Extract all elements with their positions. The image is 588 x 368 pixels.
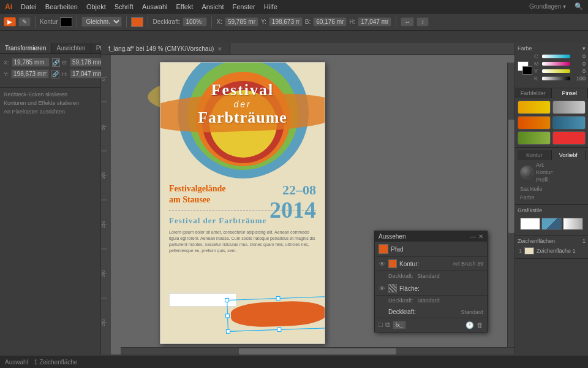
art-label: Art: xyxy=(536,162,583,168)
flache-swatch[interactable] xyxy=(388,284,397,293)
menu-item-fenster[interactable]: Fenster xyxy=(232,3,255,10)
kontur-circle xyxy=(520,166,533,179)
brush-5[interactable] xyxy=(518,131,551,145)
kontur-swatch[interactable] xyxy=(388,259,397,268)
tab-ausrichten[interactable]: Ausrichten xyxy=(51,43,91,53)
align-pixel-btn[interactable]: An Pixelraster ausrichten xyxy=(0,107,100,116)
canvas-document[interactable]: Festival der Farbträume Festivalgelände … xyxy=(111,53,514,355)
coord-y-input[interactable] xyxy=(269,17,303,26)
opacity-label: Deckkraft: xyxy=(153,18,180,25)
flip-v-btn[interactable]: ↕ xyxy=(417,17,429,26)
tab-pinsel[interactable]: Pinsel xyxy=(552,88,589,98)
tab-vorliebf[interactable]: Vorliebf xyxy=(552,150,586,160)
grafik-section: Grafikstile xyxy=(515,205,588,236)
m-slider[interactable] xyxy=(542,62,570,66)
panel-title: Aussehen xyxy=(379,233,405,240)
coord-h-input[interactable] xyxy=(358,17,391,26)
coord-h-label: H: xyxy=(349,18,355,25)
poster-description: Lorem ipsum dolor sit amet, consectetur … xyxy=(169,229,316,253)
doc-tab-close[interactable]: ✕ xyxy=(217,46,222,52)
search-icon[interactable]: 🔍 xyxy=(575,2,583,10)
zeichn-number: 1 xyxy=(519,248,522,254)
select-tool[interactable]: ▶ xyxy=(4,17,16,26)
tab-transformieren[interactable]: Transformieren xyxy=(0,43,51,53)
scrollbar-thumb-h[interactable] xyxy=(239,348,396,355)
clock-icon[interactable]: 🕐 xyxy=(466,321,474,329)
fx-button[interactable]: fx_ xyxy=(393,321,406,329)
y-label: Y: xyxy=(4,71,9,77)
w-label: B: xyxy=(62,59,68,66)
brush-6[interactable] xyxy=(552,131,586,145)
scrollbar-thumb-v[interactable] xyxy=(508,120,514,234)
handle-bm[interactable] xyxy=(277,328,281,332)
path-color-swatch[interactable] xyxy=(379,244,388,254)
handle-tm[interactable] xyxy=(276,296,280,301)
link-x-icon[interactable]: 🔗 xyxy=(52,58,60,67)
menu-item-bearbeiten[interactable]: Bearbeiten xyxy=(45,3,78,10)
link-y-icon[interactable]: 🔗 xyxy=(51,70,59,79)
brush-4[interactable] xyxy=(552,116,586,129)
menu-item-datei[interactable]: Datei xyxy=(21,3,37,10)
menu-item-effekt[interactable]: Effekt xyxy=(176,3,193,10)
menu-item-auswahl[interactable]: Auswahl xyxy=(142,3,168,10)
x-input[interactable] xyxy=(12,58,50,67)
aussehen-path-row: Pfad xyxy=(375,242,487,257)
fill-type-select[interactable]: Gleichm. xyxy=(81,17,122,27)
tab-farbfelder[interactable]: Farbfelder xyxy=(515,88,552,98)
menu-item-hilfe[interactable]: Hilfe xyxy=(264,3,277,10)
brush-3[interactable] xyxy=(518,116,551,129)
canvas-area[interactable]: 0 50 100 150 200 250 300 350 400 450 xyxy=(101,43,514,355)
menu-item-objekt[interactable]: Objekt xyxy=(86,3,106,10)
poster-title: Festival der Farbträume xyxy=(160,81,325,127)
status-selection: Auswahl xyxy=(5,359,28,366)
grafik-2[interactable] xyxy=(541,218,562,230)
menu-item-schrift[interactable]: Schrift xyxy=(115,3,134,10)
panel-header[interactable]: Aussehen — ✕ xyxy=(375,231,487,242)
y-slider[interactable] xyxy=(542,69,570,73)
c-slider[interactable] xyxy=(542,55,570,58)
grafik-3[interactable] xyxy=(563,218,583,230)
delete-icon[interactable]: 🗑 xyxy=(477,321,483,329)
scrollbar-vertical[interactable] xyxy=(507,63,514,347)
doc-tab-strip: f_lang.af* bei 149 % (CMYK/Vorschau) ✕ xyxy=(101,43,514,55)
coord-x-input[interactable] xyxy=(225,17,258,26)
fill-swatch[interactable] xyxy=(60,17,72,27)
flache-eye[interactable]: 👁 xyxy=(379,285,386,292)
poster[interactable]: Festival der Farbträume Festivalgelände … xyxy=(160,62,325,344)
fill-stroke-preview[interactable] xyxy=(518,61,532,75)
flip-h-btn[interactable]: ↔ xyxy=(401,17,414,26)
tool-2[interactable]: ✎ xyxy=(18,17,31,26)
scrollbar-horizontal[interactable] xyxy=(121,347,514,355)
panel-close-btn[interactable]: ✕ xyxy=(478,233,483,240)
scale-corners-btn[interactable]: Rechteck-Ecken skalieren xyxy=(0,90,100,99)
brush-2[interactable] xyxy=(552,101,586,114)
handle-ml[interactable] xyxy=(225,313,230,318)
coord-x-label: X: xyxy=(216,18,222,25)
zeichn-item-label: Zeichenfläche 1 xyxy=(537,248,576,254)
kontur-eye[interactable]: 👁 xyxy=(379,260,386,267)
scale-effects-btn[interactable]: Konturen und Effekte skalieren xyxy=(0,99,100,107)
add-item-icon[interactable]: □ xyxy=(379,321,383,329)
grafik-1[interactable] xyxy=(520,218,540,230)
tab-kontur[interactable]: Kontur xyxy=(518,150,552,160)
brush-1[interactable] xyxy=(518,101,551,114)
y-input[interactable] xyxy=(11,69,49,79)
aussehen-flache-row: 👁 Fläche: xyxy=(375,282,487,296)
coord-w-input[interactable] xyxy=(313,17,347,26)
selection-box xyxy=(227,296,325,332)
handle-bl[interactable] xyxy=(226,329,230,334)
stroke-color[interactable] xyxy=(131,17,143,27)
k-slider[interactable] xyxy=(542,77,570,80)
k-slider-row: K 100 xyxy=(534,75,586,82)
copy-item-icon[interactable]: ⧉ xyxy=(385,321,390,329)
poster-brushstroke-bottom[interactable] xyxy=(230,300,325,328)
flache-opacity-label: Deckkraft: xyxy=(388,297,413,304)
doc-tab-item[interactable]: f_lang.af* bei 149 % (CMYK/Vorschau) ✕ xyxy=(101,43,230,55)
opacity-input[interactable] xyxy=(183,17,207,26)
handle-tl[interactable] xyxy=(225,298,229,302)
panel-controls: — ✕ xyxy=(470,233,483,240)
color-section-title: Farbe ▾ xyxy=(518,45,586,52)
panel-min-btn[interactable]: — xyxy=(470,233,476,240)
zeichn-item[interactable]: 1 Zeichenfläche 1 xyxy=(518,246,586,256)
menu-item-ansicht[interactable]: Ansicht xyxy=(202,3,224,10)
